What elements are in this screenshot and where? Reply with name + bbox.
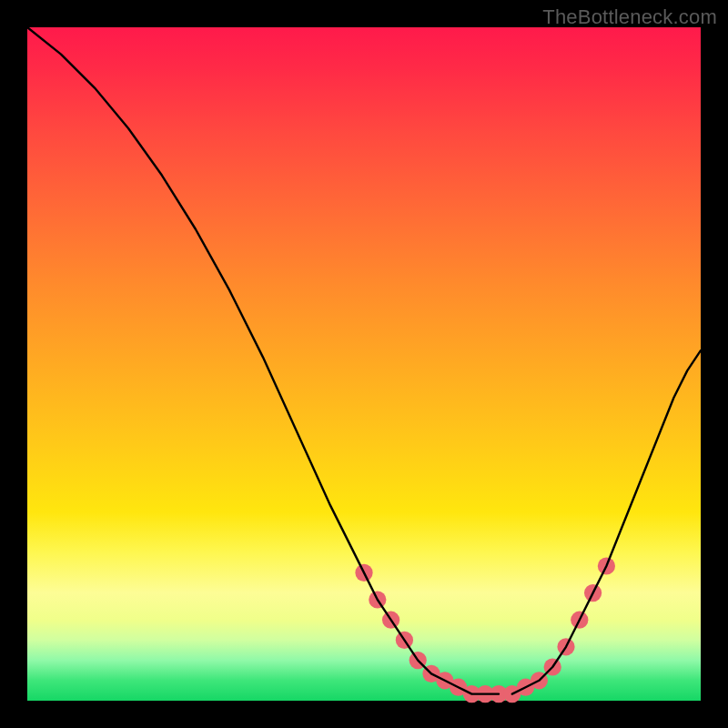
chart-svg	[27, 27, 701, 701]
right-curve	[512, 350, 701, 693]
left-curve	[27, 27, 499, 694]
watermark-text: TheBottleneck.com	[542, 5, 717, 29]
chart-frame: TheBottleneck.com	[0, 0, 728, 728]
marker-layer	[355, 557, 615, 703]
